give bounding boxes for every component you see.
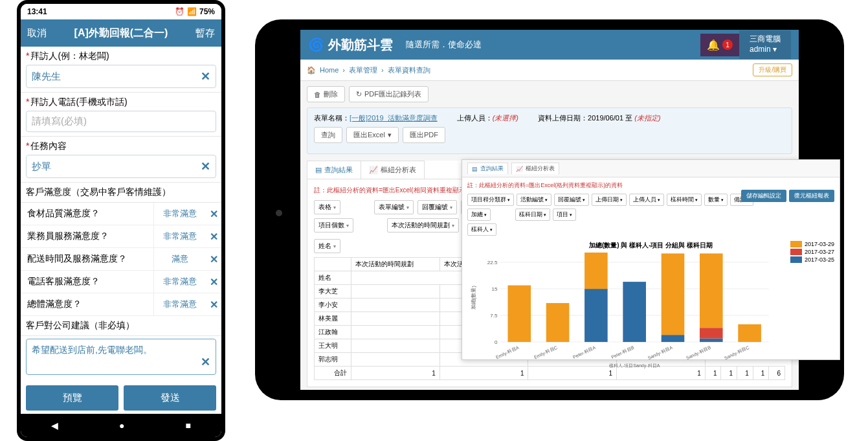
notification-badge: 1 [722, 40, 733, 50]
tab-results[interactable]: ▤查詢結果 [307, 161, 361, 179]
cp-filter[interactable]: 回覆編號 [554, 194, 589, 206]
svg-rect-14 [584, 253, 608, 289]
trash-icon: 🗑 [314, 91, 321, 98]
legend-label: 2017-03-27 [805, 249, 834, 255]
satisfaction-section-label: 客戶滿意度（交易中客戶客情維護） [21, 183, 221, 203]
svg-rect-23 [700, 253, 723, 328]
clear-icon[interactable]: ✕ [206, 208, 221, 220]
cp-filter[interactable]: 上傳日期 [592, 194, 627, 206]
save-draft-button[interactable]: 暫存 [195, 27, 215, 40]
sel-replyno[interactable]: 回覆編號 [417, 200, 457, 214]
app-logo: 🌀 外勤筋斗雲 [308, 36, 393, 54]
uploader-value[interactable]: (未選擇) [493, 114, 518, 122]
android-nav: ◀ ● ■ [21, 414, 221, 437]
cancel-button[interactable]: 取消 [27, 27, 47, 40]
svg-text:22.5: 22.5 [487, 260, 498, 266]
date-to[interactable]: (未指定) [634, 114, 660, 122]
suggestion-textarea[interactable]: 希望配送到店前,先電聯老闆。 ✕ [26, 339, 216, 375]
svg-text:Emily-科目A: Emily-科目A [495, 345, 520, 361]
cp-sel-item[interactable]: 項目 [553, 209, 576, 221]
sat-value[interactable]: 滿意 [154, 248, 206, 270]
query-button[interactable]: 查詢 [314, 127, 342, 143]
svg-text:Sandy-科目A: Sandy-科目A [647, 345, 674, 361]
pdf-export-button[interactable]: ↻PDF匯出記錄列表 [349, 86, 428, 102]
page-title: [A]外勤回報(二合一) [74, 27, 168, 40]
clear-icon[interactable]: ✕ [206, 253, 221, 266]
svg-text:15: 15 [492, 286, 498, 292]
cp-filter[interactable]: 上傳人員 [629, 194, 664, 206]
upgrade-button[interactable]: 升級/購買 [753, 63, 792, 76]
cp-sel-sum[interactable]: 加總 [467, 209, 491, 221]
sat-label: 總體滿意度？ [21, 293, 154, 315]
cp-tab-results[interactable]: ▤ 查詢結果 [467, 163, 508, 174]
bar-chart: 07.51522.5加總(數量)Emily-科目AEmily-科目CPeter-… [467, 253, 834, 369]
home-icon: 🏠 [307, 66, 316, 74]
preview-button[interactable]: 預覽 [26, 385, 118, 411]
sat-label: 業務員服務滿意度？ [21, 225, 154, 247]
svg-text:加總(數量): 加總(數量) [471, 286, 476, 310]
phone-header: 取消 [A]外勤回報(二合一) 暫存 [21, 19, 221, 47]
sel-count[interactable]: 項目個數 [314, 218, 353, 232]
form-name-link[interactable]: [一般]2019_活動滿意度調查 [350, 114, 438, 122]
sat-label: 電話客服滿意度？ [21, 271, 154, 293]
sel-table[interactable]: 表格 [314, 200, 340, 214]
sel-timeplan[interactable]: 本次活動的時間規劃 [387, 218, 459, 232]
sat-label: 配送時間及服務滿意度？ [21, 248, 154, 270]
clear-icon[interactable]: ✕ [201, 355, 210, 369]
date-from[interactable]: 2019/06/01 [588, 114, 623, 122]
clear-icon[interactable]: ✕ [206, 276, 221, 288]
breadcrumb: 🏠 Home › 表單管理 › 表單資料查詢 升級/購買 [300, 60, 799, 81]
sel-formno[interactable]: 表單編號 [374, 200, 414, 214]
visitor-input[interactable]: 陳先生 ✕ [26, 65, 216, 88]
document-icon: ▤ [315, 166, 322, 174]
sel-name[interactable]: 姓名 [314, 239, 340, 253]
visitor-label: 拜訪人(例：林老闆) [26, 51, 216, 62]
phone-input[interactable]: 請填寫(必填) [26, 111, 216, 132]
notifications-button[interactable]: 🔔 1 [700, 34, 739, 56]
svg-text:Peter-科目A: Peter-科目A [572, 345, 597, 360]
restore-pivot-button[interactable]: 復元樞紐報表 [789, 190, 834, 202]
crumb-l1[interactable]: 表單管理 [349, 65, 377, 75]
recents-icon[interactable]: ■ [186, 420, 191, 431]
chart-legend: 2017-03-292017-03-272017-03-25 [790, 241, 834, 264]
tab-pivot[interactable]: 📈樞紐分析表 [361, 161, 425, 179]
status-battery: 75% [199, 7, 215, 16]
cp-filter[interactable]: 活動編號 [517, 194, 551, 206]
chart-icon: 📈 [369, 166, 378, 174]
cp-filter[interactable]: 項目程分類群 [467, 194, 514, 206]
sat-value[interactable]: 非常滿意 [154, 271, 206, 293]
save-pivot-button[interactable]: 儲存編輯設定 [741, 190, 786, 202]
svg-text:Peter-科目B: Peter-科目B [610, 345, 635, 360]
delete-button[interactable]: 🗑刪除 [307, 86, 345, 102]
cp-sel-person[interactable]: 樣科日期 [515, 209, 550, 221]
svg-text:Sandy-科目B: Sandy-科目B [685, 345, 712, 361]
cp-filter[interactable]: 樣科時間 [667, 194, 702, 206]
legend-label: 2017-03-25 [805, 256, 834, 263]
cp-sel-qty[interactable]: 樣科人 [467, 223, 496, 236]
clear-icon[interactable]: ✕ [206, 231, 221, 243]
tagline: 隨選所需．使命必達 [406, 39, 482, 51]
clear-icon[interactable]: ✕ [206, 299, 221, 311]
export-excel-button[interactable]: 匯出Excel ▾ [346, 127, 399, 143]
svg-text:Emily-科目C: Emily-科目C [533, 345, 559, 361]
sat-value[interactable]: 非常滿意 [154, 293, 206, 315]
sat-value[interactable]: 非常滿意 [154, 203, 206, 225]
clear-icon[interactable]: ✕ [201, 69, 210, 84]
clear-icon[interactable]: ✕ [201, 159, 210, 174]
home-icon[interactable]: ● [119, 420, 124, 431]
export-pdf-button[interactable]: 匯出PDF [403, 127, 445, 143]
svg-rect-25 [738, 324, 761, 342]
user-menu[interactable]: 三商電腦 admin ▾ [739, 30, 791, 58]
form-body: 拜訪人(例：林老闆) 陳先生 ✕ 拜訪人電話(手機或市話) 請填寫(必填) 任務… [21, 47, 221, 414]
task-input[interactable]: 抄單 ✕ [26, 155, 216, 178]
send-button[interactable]: 發送 [124, 385, 216, 411]
cp-tab-pivot[interactable]: 📈 樞紐分析表 [511, 163, 559, 174]
sat-value[interactable]: 非常滿意 [154, 225, 206, 247]
legend-label: 2017-03-29 [805, 241, 834, 247]
cp-filter[interactable]: 數量 [704, 194, 728, 206]
back-icon[interactable]: ◀ [51, 420, 58, 431]
crumb-home[interactable]: Home [320, 66, 339, 74]
svg-rect-22 [700, 328, 723, 338]
sat-label: 食材品質滿意度？ [21, 203, 154, 225]
suggestion-label: 客戶對公司建議（非必填） [21, 316, 221, 336]
